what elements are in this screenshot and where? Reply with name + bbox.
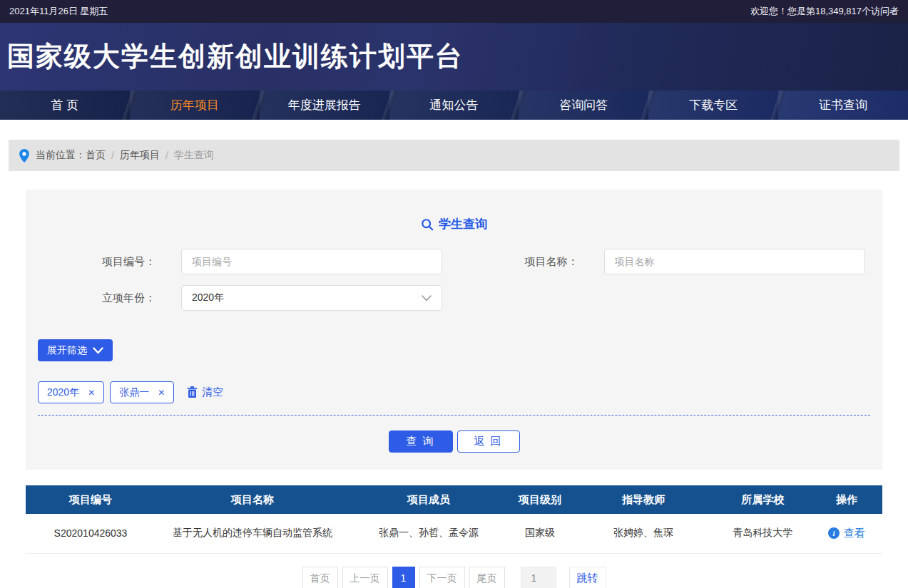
year-label: 立项年份： [38,292,155,305]
view-details-label: 查看 [844,527,865,540]
nav-item-notices[interactable]: 通知公告 [389,91,519,120]
panel-title-text: 学生查询 [439,216,487,232]
nav-item-qa[interactable]: 咨询问答 [519,91,648,120]
col-teachers: 指导教师 [572,485,715,514]
year-field: 立项年份： 2020年 [38,285,454,311]
page-next-button[interactable]: 下一页 [419,567,465,588]
clear-filters-label: 清空 [202,386,223,399]
col-members: 项目成员 [350,485,508,514]
cell-actions: i 查看 [811,514,882,553]
results-table: 项目编号 项目名称 项目成员 项目级别 指导教师 所属学校 操作 S202010… [26,485,882,554]
filter-tag-year: 2020年 ✕ [38,381,104,403]
cell-project-code: S202010426033 [26,514,155,553]
project-code-label: 项目编号： [38,255,155,269]
col-project-code: 项目编号 [26,485,155,514]
col-actions: 操作 [811,485,882,514]
current-date: 2021年11月26日 星期五 [9,5,108,18]
location-pin-icon [19,149,29,163]
table-header-row: 项目编号 项目名称 项目成员 项目级别 指导教师 所属学校 操作 [26,485,882,514]
cell-school: 青岛科技大学 [715,514,811,553]
nav-item-certificate[interactable]: 证书查询 [778,91,908,120]
expand-filter-button[interactable]: 展开筛选 [38,339,113,361]
student-search-panel: 学生查询 项目编号： 项目名称： 立项年份： 2020年 [26,190,882,470]
trash-icon [187,386,198,398]
breadcrumb-separator: / [111,150,114,161]
nav-item-annual-report[interactable]: 年度进展报告 [260,91,389,120]
cell-level: 国家级 [508,514,572,553]
project-name-input[interactable] [604,249,865,274]
breadcrumb: 当前位置： 首页 / 历年项目 / 学生查询 [9,140,899,171]
year-select[interactable]: 2020年 [181,285,442,311]
project-name-label: 项目名称： [461,255,578,269]
remove-tag-icon[interactable]: ✕ [158,388,165,398]
top-utility-bar: 2021年11月26日 星期五 欢迎您！您是第18,349,817个访问者 [0,0,908,23]
breadcrumb-current-page: 学生查询 [174,149,214,162]
col-school: 所属学校 [715,485,811,514]
filter-tag-student-label: 张鼎一 [119,386,149,399]
page-last-button[interactable]: 尾页 [469,567,505,588]
cell-teachers: 张娉婷、焦琛 [572,514,715,553]
search-icon [421,218,434,231]
back-button[interactable]: 返 回 [457,430,520,453]
filter-tag-year-label: 2020年 [47,386,79,399]
nav-item-downloads[interactable]: 下载专区 [648,91,778,120]
filter-tag-student: 张鼎一 ✕ [110,381,174,403]
cell-members: 张鼎一、孙哲、孟令源 [350,514,508,553]
search-form: 项目编号： 项目名称： 立项年份： 2020年 [38,249,870,311]
col-project-name: 项目名称 [155,485,350,514]
table-row: S202010426033 基于无人机的违停车辆自动监管系统 张鼎一、孙哲、孟令… [26,514,882,553]
col-level: 项目级别 [508,485,572,514]
breadcrumb-home[interactable]: 首页 [86,149,106,162]
pagination: 首页 上一页 1 下一页 尾页 跳转 [26,567,882,588]
breadcrumb-past-projects[interactable]: 历年项目 [120,149,160,162]
dashed-divider [38,415,870,416]
page-number-current[interactable]: 1 [392,567,415,588]
visitor-counter: 欢迎您！您是第18,349,817个访问者 [750,5,899,18]
breadcrumb-prefix: 当前位置： [36,149,86,162]
chevron-down-icon [422,295,432,301]
nav-item-past-projects[interactable]: 历年项目 [130,91,260,120]
chevron-down-icon [93,347,103,354]
project-code-input[interactable] [181,249,442,274]
clear-filters-button[interactable]: 清空 [187,386,223,399]
search-button[interactable]: 查 询 [389,430,453,453]
remove-tag-icon[interactable]: ✕ [88,388,95,398]
view-details-link[interactable]: i 查看 [828,527,865,540]
page-first-button[interactable]: 首页 [302,567,338,588]
page-jump-input[interactable] [521,567,556,588]
year-select-value: 2020年 [192,292,224,304]
site-banner: 国家级大学生创新创业训练计划平台 [0,23,908,91]
site-title: 国家级大学生创新创业训练计划平台 [0,38,464,75]
panel-title: 学生查询 [38,216,870,232]
nav-item-home[interactable]: 首 页 [0,91,130,120]
expand-filter-label: 展开筛选 [47,344,87,357]
info-icon: i [828,527,840,539]
active-filter-tags: 2020年 ✕ 张鼎一 ✕ 清空 [38,381,870,403]
breadcrumb-separator: / [165,150,168,161]
main-nav: 首 页 历年项目 年度进展报告 通知公告 咨询问答 下载专区 证书查询 [0,91,908,120]
page-jump-button[interactable]: 跳转 [569,567,606,588]
main-content: 学生查询 项目编号： 项目名称： 立项年份： 2020年 [26,190,882,588]
page-prev-button[interactable]: 上一页 [342,567,388,588]
project-name-field: 项目名称： [461,249,871,274]
cell-project-name: 基于无人机的违停车辆自动监管系统 [155,514,350,553]
form-actions: 查 询 返 回 [38,430,870,453]
project-code-field: 项目编号： [38,249,448,274]
